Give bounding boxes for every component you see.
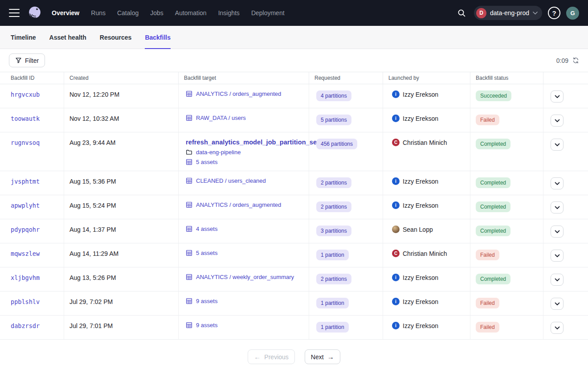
- nav-item-deployment[interactable]: Deployment: [251, 9, 285, 16]
- backfill-id-link[interactable]: dabzrsdr: [11, 322, 40, 329]
- user-name: Christian Minich: [403, 250, 447, 257]
- backfill-target: 9 assets: [179, 316, 309, 339]
- user-avatar: i: [392, 322, 400, 329]
- next-page-button[interactable]: Next →: [305, 349, 340, 364]
- target-link[interactable]: 5 assets: [196, 159, 217, 165]
- help-icon[interactable]: ?: [548, 7, 560, 19]
- tab-asset-health[interactable]: Asset health: [49, 26, 86, 49]
- target-link[interactable]: RAW_DATA / users: [196, 115, 246, 121]
- row-actions-button[interactable]: [551, 177, 564, 189]
- requested-partitions-badge: 2 partitions: [316, 274, 351, 284]
- target-link[interactable]: 4 assets: [196, 226, 217, 232]
- user-name: Izzy Erekson: [403, 202, 438, 209]
- table-grid-icon: [186, 159, 192, 165]
- row-actions-button[interactable]: [551, 322, 564, 334]
- user-name: Izzy Erekson: [403, 274, 438, 281]
- target-link[interactable]: ANALYTICS / orders_augmented: [196, 201, 281, 208]
- backfill-target: refresh_analytics_model_job_partition_se…: [179, 132, 309, 171]
- tab-backfills[interactable]: Backfills: [145, 26, 171, 49]
- filter-button[interactable]: Filter: [9, 53, 45, 67]
- row-actions-button[interactable]: [551, 201, 564, 213]
- launched-by-user: i Izzy Erekson: [392, 274, 465, 281]
- target-line: ANALYTICS / orders_augmented: [186, 201, 303, 208]
- launched-by-user: i Izzy Erekson: [392, 177, 465, 185]
- table-grid-icon: [186, 298, 192, 304]
- status-badge: Failed: [476, 115, 499, 125]
- launched-by-user: C Christian Minich: [392, 250, 465, 257]
- nav-item-automation[interactable]: Automation: [175, 9, 207, 16]
- dagster-logo-icon[interactable]: [26, 4, 44, 22]
- row-actions-button[interactable]: [551, 274, 564, 286]
- target-link[interactable]: ANALYTICS / weekly_order_summary: [196, 274, 294, 280]
- row-actions-button[interactable]: [551, 298, 564, 310]
- job-title-link[interactable]: refresh_analytics_model_job_partition_se…: [186, 139, 319, 146]
- target-link[interactable]: ANALYTICS / orders_augmented: [196, 90, 281, 97]
- nav-item-jobs[interactable]: Jobs: [150, 9, 163, 16]
- backfill-id-link[interactable]: apwplyht: [11, 202, 40, 209]
- refresh-icon[interactable]: [572, 57, 579, 64]
- backfill-id-link[interactable]: mqwszlew: [11, 250, 40, 257]
- row-actions-button[interactable]: [551, 139, 564, 151]
- target-line: ANALYTICS / orders_augmented: [186, 90, 303, 97]
- nav-item-insights[interactable]: Insights: [218, 9, 240, 16]
- user-avatar: i: [392, 201, 400, 209]
- target-link[interactable]: CLEANED / users_cleaned: [196, 177, 266, 184]
- chevron-down-icon: [555, 182, 560, 185]
- requested-partitions-badge: 3 partitions: [316, 226, 351, 236]
- row-actions-button[interactable]: [551, 250, 564, 262]
- user-avatar: i: [392, 177, 400, 185]
- target-line: data-eng-pipeline: [186, 149, 303, 156]
- user-profile-avatar[interactable]: G: [566, 7, 579, 20]
- table-grid-icon: [186, 115, 192, 121]
- row-actions-button[interactable]: [551, 90, 564, 103]
- requested-partitions-badge: 1 partition: [316, 298, 349, 308]
- previous-page-label: Previous: [264, 353, 288, 361]
- search-icon[interactable]: [455, 6, 468, 20]
- table-grid-icon: [186, 226, 192, 232]
- arrow-left-icon: ←: [254, 353, 261, 361]
- nav-item-overview[interactable]: Overview: [52, 9, 79, 16]
- target-link[interactable]: 5 assets: [196, 250, 217, 256]
- pagination: ← Previous Next →: [0, 349, 588, 364]
- backfill-id-link[interactable]: ppblshlv: [11, 298, 40, 305]
- requested-partitions-badge: 2 partitions: [316, 177, 351, 188]
- backfill-id-link[interactable]: xljbgvhm: [11, 274, 40, 281]
- table-header: Backfill ID Created Backfill target Requ…: [0, 72, 588, 84]
- table-row: rugnvsoq Aug 23, 9:44 AM refresh_analyti…: [0, 132, 588, 171]
- user-name: Christian Minich: [403, 139, 447, 146]
- nav-item-runs[interactable]: Runs: [91, 9, 106, 16]
- previous-page-button[interactable]: ← Previous: [248, 349, 294, 364]
- row-actions-button[interactable]: [551, 115, 564, 127]
- table-grid-icon: [186, 274, 192, 280]
- table-row: hrgvcxub Nov 12, 12:20 PM ANALYTICS / or…: [0, 84, 588, 108]
- target-line: 9 assets: [186, 298, 303, 304]
- target-line: RAW_DATA / users: [186, 115, 303, 121]
- deployment-selector[interactable]: D data-eng-prod: [474, 6, 542, 20]
- tab-timeline[interactable]: Timeline: [11, 26, 36, 49]
- target-link[interactable]: 9 assets: [196, 322, 217, 328]
- table-row: apwplyht Aug 15, 5:24 PM ANALYTICS / ord…: [0, 195, 588, 219]
- status-badge: Completed: [476, 226, 510, 236]
- requested-partitions-badge: 1 partition: [316, 250, 349, 260]
- backfill-target: 5 assets: [179, 243, 309, 267]
- launched-by-user: Sean Lopp: [392, 226, 465, 233]
- hamburger-menu-icon[interactable]: [9, 9, 20, 17]
- backfill-id-link[interactable]: jvsphtmt: [11, 178, 40, 185]
- target-link[interactable]: data-eng-pipeline: [196, 149, 241, 156]
- status-badge: Failed: [476, 298, 499, 308]
- row-actions-button[interactable]: [551, 226, 564, 238]
- backfill-id-link[interactable]: rugnvsoq: [11, 139, 40, 146]
- backfill-id-link[interactable]: hrgvcxub: [11, 91, 40, 98]
- target-line: refresh_analytics_model_job_partition_se…: [186, 139, 303, 146]
- requested-partitions-badge: 1 partition: [316, 322, 349, 333]
- folder-icon: [186, 149, 192, 156]
- table-row: dabzrsdr Jul 29, 7:01 PM 9 assets 1 part…: [0, 316, 588, 340]
- backfill-id-link[interactable]: pdypqohr: [11, 226, 40, 233]
- target-line: CLEANED / users_cleaned: [186, 177, 303, 184]
- launched-by-user: i Izzy Erekson: [392, 90, 465, 98]
- nav-item-catalog[interactable]: Catalog: [117, 9, 139, 16]
- target-link[interactable]: 9 assets: [196, 298, 217, 304]
- backfill-id-link[interactable]: toowautk: [11, 115, 40, 122]
- user-name: Izzy Erekson: [403, 115, 438, 122]
- tab-resources[interactable]: Resources: [100, 26, 132, 49]
